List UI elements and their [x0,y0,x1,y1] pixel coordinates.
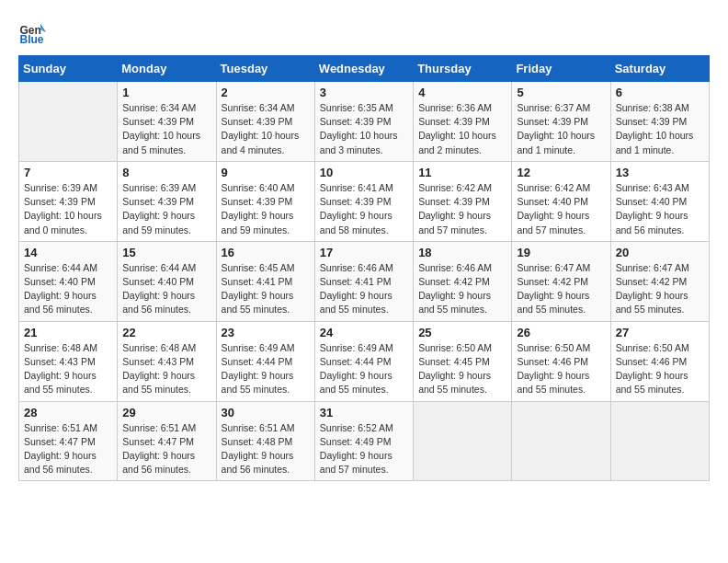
day-number: 2 [222,86,310,99]
day-number: 9 [222,166,310,179]
logo: Gen Blue [18,18,48,46]
day-number: 25 [418,326,506,339]
calendar-cell: 23Sunrise: 6:49 AMSunset: 4:44 PMDayligh… [216,321,314,401]
calendar-cell: 8Sunrise: 6:39 AMSunset: 4:39 PMDaylight… [118,161,216,241]
day-number: 10 [320,166,408,179]
weekday-header-tuesday: Tuesday [216,56,314,82]
calendar-cell: 3Sunrise: 6:35 AMSunset: 4:39 PMDaylight… [314,82,413,162]
day-info: Sunrise: 6:34 AMSunset: 4:39 PMDaylight:… [222,101,310,157]
day-number: 19 [517,246,605,259]
calendar-cell: 12Sunrise: 6:42 AMSunset: 4:40 PMDayligh… [512,161,610,241]
day-info: Sunrise: 6:47 AMSunset: 4:42 PMDaylight:… [517,261,605,317]
day-info: Sunrise: 6:46 AMSunset: 4:42 PMDaylight:… [418,261,506,317]
day-number: 26 [517,326,605,339]
weekday-header-row: SundayMondayTuesdayWednesdayThursdayFrid… [19,56,710,82]
day-info: Sunrise: 6:39 AMSunset: 4:39 PMDaylight:… [122,181,210,237]
calendar-cell: 10Sunrise: 6:41 AMSunset: 4:39 PMDayligh… [314,161,413,241]
day-info: Sunrise: 6:36 AMSunset: 4:39 PMDaylight:… [418,101,506,157]
calendar-cell: 25Sunrise: 6:50 AMSunset: 4:45 PMDayligh… [414,321,512,401]
calendar-cell: 15Sunrise: 6:44 AMSunset: 4:40 PMDayligh… [118,241,216,321]
day-info: Sunrise: 6:51 AMSunset: 4:47 PMDaylight:… [122,421,210,477]
day-number: 5 [517,86,605,99]
day-info: Sunrise: 6:38 AMSunset: 4:39 PMDaylight:… [616,101,704,157]
week-row-5: 28Sunrise: 6:51 AMSunset: 4:47 PMDayligh… [19,401,710,481]
day-info: Sunrise: 6:34 AMSunset: 4:39 PMDaylight:… [122,101,210,157]
calendar-cell: 2Sunrise: 6:34 AMSunset: 4:39 PMDaylight… [216,82,314,162]
calendar-cell: 6Sunrise: 6:38 AMSunset: 4:39 PMDaylight… [610,82,709,162]
day-info: Sunrise: 6:50 AMSunset: 4:45 PMDaylight:… [418,341,506,397]
day-info: Sunrise: 6:50 AMSunset: 4:46 PMDaylight:… [616,341,704,397]
day-info: Sunrise: 6:51 AMSunset: 4:48 PMDaylight:… [222,421,310,477]
calendar-cell: 17Sunrise: 6:46 AMSunset: 4:41 PMDayligh… [314,241,413,321]
calendar-cell: 13Sunrise: 6:43 AMSunset: 4:40 PMDayligh… [610,161,709,241]
calendar-cell: 19Sunrise: 6:47 AMSunset: 4:42 PMDayligh… [512,241,610,321]
calendar-cell: 5Sunrise: 6:37 AMSunset: 4:39 PMDaylight… [512,82,610,162]
day-info: Sunrise: 6:42 AMSunset: 4:39 PMDaylight:… [418,181,506,237]
calendar-cell [414,401,512,481]
day-number: 15 [122,246,210,259]
day-number: 22 [122,326,210,339]
calendar-cell: 24Sunrise: 6:49 AMSunset: 4:44 PMDayligh… [314,321,413,401]
weekday-header-sunday: Sunday [19,56,118,82]
week-row-3: 14Sunrise: 6:44 AMSunset: 4:40 PMDayligh… [19,241,710,321]
day-number: 24 [320,326,408,339]
day-info: Sunrise: 6:43 AMSunset: 4:40 PMDaylight:… [616,181,704,237]
day-number: 11 [418,166,506,179]
calendar-cell: 14Sunrise: 6:44 AMSunset: 4:40 PMDayligh… [19,241,118,321]
calendar-cell: 9Sunrise: 6:40 AMSunset: 4:39 PMDaylight… [216,161,314,241]
day-info: Sunrise: 6:41 AMSunset: 4:39 PMDaylight:… [320,181,408,237]
svg-text:Blue: Blue [20,33,44,46]
day-info: Sunrise: 6:45 AMSunset: 4:41 PMDaylight:… [222,261,310,317]
logo-icon: Gen Blue [18,18,46,46]
day-info: Sunrise: 6:52 AMSunset: 4:49 PMDaylight:… [320,421,408,477]
day-info: Sunrise: 6:44 AMSunset: 4:40 PMDaylight:… [122,261,210,317]
day-info: Sunrise: 6:42 AMSunset: 4:40 PMDaylight:… [517,181,605,237]
calendar-cell [610,401,709,481]
calendar-cell: 11Sunrise: 6:42 AMSunset: 4:39 PMDayligh… [414,161,512,241]
week-row-1: 1Sunrise: 6:34 AMSunset: 4:39 PMDaylight… [19,82,710,162]
calendar-cell: 1Sunrise: 6:34 AMSunset: 4:39 PMDaylight… [118,82,216,162]
day-number: 8 [122,166,210,179]
day-number: 4 [418,86,506,99]
day-info: Sunrise: 6:39 AMSunset: 4:39 PMDaylight:… [24,181,112,237]
weekday-header-wednesday: Wednesday [314,56,413,82]
day-number: 31 [320,406,408,419]
day-number: 30 [222,406,310,419]
day-info: Sunrise: 6:46 AMSunset: 4:41 PMDaylight:… [320,261,408,317]
day-number: 6 [616,86,704,99]
day-number: 23 [222,326,310,339]
calendar-cell: 4Sunrise: 6:36 AMSunset: 4:39 PMDaylight… [414,82,512,162]
weekday-header-monday: Monday [118,56,216,82]
weekday-header-thursday: Thursday [414,56,512,82]
day-number: 27 [616,326,704,339]
day-info: Sunrise: 6:47 AMSunset: 4:42 PMDaylight:… [616,261,704,317]
header: Gen Blue [18,18,710,46]
weekday-header-saturday: Saturday [610,56,709,82]
day-number: 28 [24,406,112,419]
day-info: Sunrise: 6:35 AMSunset: 4:39 PMDaylight:… [320,101,408,157]
calendar-cell: 20Sunrise: 6:47 AMSunset: 4:42 PMDayligh… [610,241,709,321]
day-number: 1 [122,86,210,99]
week-row-2: 7Sunrise: 6:39 AMSunset: 4:39 PMDaylight… [19,161,710,241]
day-info: Sunrise: 6:49 AMSunset: 4:44 PMDaylight:… [320,341,408,397]
day-number: 20 [616,246,704,259]
calendar-header: SundayMondayTuesdayWednesdayThursdayFrid… [19,56,710,82]
day-info: Sunrise: 6:40 AMSunset: 4:39 PMDaylight:… [222,181,310,237]
calendar-cell: 7Sunrise: 6:39 AMSunset: 4:39 PMDaylight… [19,161,118,241]
calendar-table: SundayMondayTuesdayWednesdayThursdayFrid… [18,55,710,481]
calendar-cell [512,401,610,481]
day-number: 7 [24,166,112,179]
day-info: Sunrise: 6:44 AMSunset: 4:40 PMDaylight:… [24,261,112,317]
day-info: Sunrise: 6:49 AMSunset: 4:44 PMDaylight:… [222,341,310,397]
calendar-cell: 31Sunrise: 6:52 AMSunset: 4:49 PMDayligh… [314,401,413,481]
calendar-cell: 22Sunrise: 6:48 AMSunset: 4:43 PMDayligh… [118,321,216,401]
calendar-body: 1Sunrise: 6:34 AMSunset: 4:39 PMDaylight… [19,82,710,481]
calendar-cell: 27Sunrise: 6:50 AMSunset: 4:46 PMDayligh… [610,321,709,401]
day-number: 29 [122,406,210,419]
calendar-cell: 28Sunrise: 6:51 AMSunset: 4:47 PMDayligh… [19,401,118,481]
calendar-cell: 29Sunrise: 6:51 AMSunset: 4:47 PMDayligh… [118,401,216,481]
calendar-cell: 18Sunrise: 6:46 AMSunset: 4:42 PMDayligh… [414,241,512,321]
day-number: 14 [24,246,112,259]
day-number: 16 [222,246,310,259]
day-number: 21 [24,326,112,339]
